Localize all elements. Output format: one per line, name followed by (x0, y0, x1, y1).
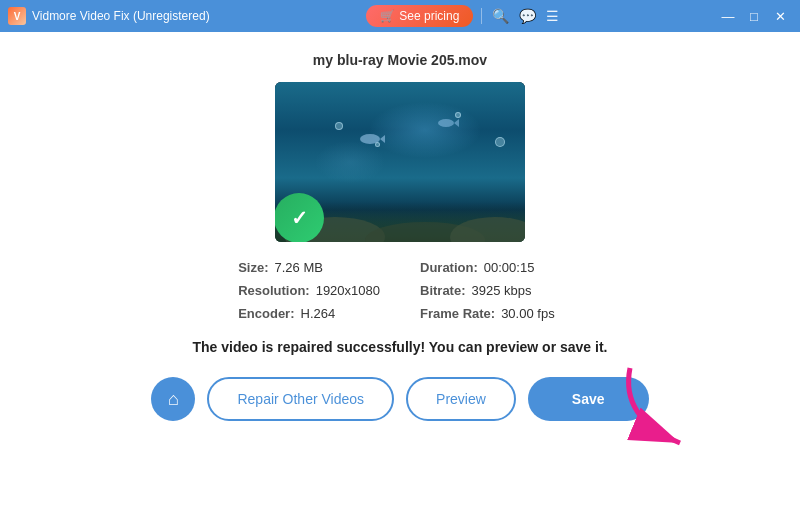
save-button[interactable]: Save (528, 377, 649, 421)
video-info: Size: 7.26 MB Duration: 00:00:15 Resolut… (238, 260, 562, 321)
app-title: Vidmore Video Fix (Unregistered) (32, 9, 210, 23)
title-bar: V Vidmore Video Fix (Unregistered) 🛒 See… (0, 0, 800, 32)
size-label: Size: (238, 260, 268, 275)
app-icon: V (8, 7, 26, 25)
fish-svg-2 (435, 117, 459, 129)
see-pricing-label: See pricing (399, 9, 459, 23)
chat-icon[interactable]: 💬 (519, 8, 536, 24)
menu-icon[interactable]: ☰ (546, 8, 559, 24)
duration-label: Duration: (420, 260, 478, 275)
title-bar-icons: 🔍 💬 ☰ (481, 8, 559, 24)
bitrate-label: Bitrate: (420, 283, 466, 298)
svg-marker-6 (454, 119, 459, 127)
duration-value: 00:00:15 (484, 260, 535, 275)
duration-row: Duration: 00:00:15 (420, 260, 562, 275)
home-icon: ⌂ (168, 389, 179, 410)
bubble-4 (495, 137, 505, 147)
success-message: The video is repaired successfully! You … (193, 339, 608, 355)
search-icon[interactable]: 🔍 (492, 8, 509, 24)
home-button[interactable]: ⌂ (151, 377, 195, 421)
bitrate-row: Bitrate: 3925 kbps (420, 283, 562, 298)
svg-point-3 (360, 134, 380, 144)
size-row: Size: 7.26 MB (238, 260, 380, 275)
separator (481, 8, 482, 24)
encoder-value: H.264 (301, 306, 336, 321)
file-name: my blu-ray Movie 205.mov (313, 52, 487, 68)
bubble-1 (335, 122, 343, 130)
fish-svg (355, 132, 385, 147)
encoder-label: Encoder: (238, 306, 294, 321)
video-preview-container: ✓ (275, 82, 525, 242)
resolution-row: Resolution: 1920x1080 (238, 283, 380, 298)
size-value: 7.26 MB (275, 260, 323, 275)
title-bar-center: 🛒 See pricing 🔍 💬 ☰ (366, 5, 559, 27)
framerate-row: Frame Rate: 30.00 fps (420, 306, 562, 321)
resolution-value: 1920x1080 (316, 283, 380, 298)
framerate-label: Frame Rate: (420, 306, 495, 321)
svg-point-2 (450, 217, 525, 242)
action-buttons: ⌂ Repair Other Videos Preview Save (151, 377, 648, 421)
title-bar-left: V Vidmore Video Fix (Unregistered) (8, 7, 210, 25)
title-bar-controls: — □ ✕ (716, 4, 792, 28)
success-badge: ✓ (275, 193, 324, 242)
maximize-button[interactable]: □ (742, 4, 766, 28)
svg-marker-4 (380, 135, 385, 143)
svg-point-5 (438, 119, 454, 127)
framerate-value: 30.00 fps (501, 306, 555, 321)
close-button[interactable]: ✕ (768, 4, 792, 28)
preview-button[interactable]: Preview (406, 377, 516, 421)
minimize-button[interactable]: — (716, 4, 740, 28)
encoder-row: Encoder: H.264 (238, 306, 380, 321)
repair-other-button[interactable]: Repair Other Videos (207, 377, 394, 421)
resolution-label: Resolution: (238, 283, 310, 298)
main-content: my blu-ray Movie 205.mov (0, 32, 800, 518)
see-pricing-button[interactable]: 🛒 See pricing (366, 5, 473, 27)
bitrate-value: 3925 kbps (472, 283, 532, 298)
cart-icon: 🛒 (380, 9, 395, 23)
